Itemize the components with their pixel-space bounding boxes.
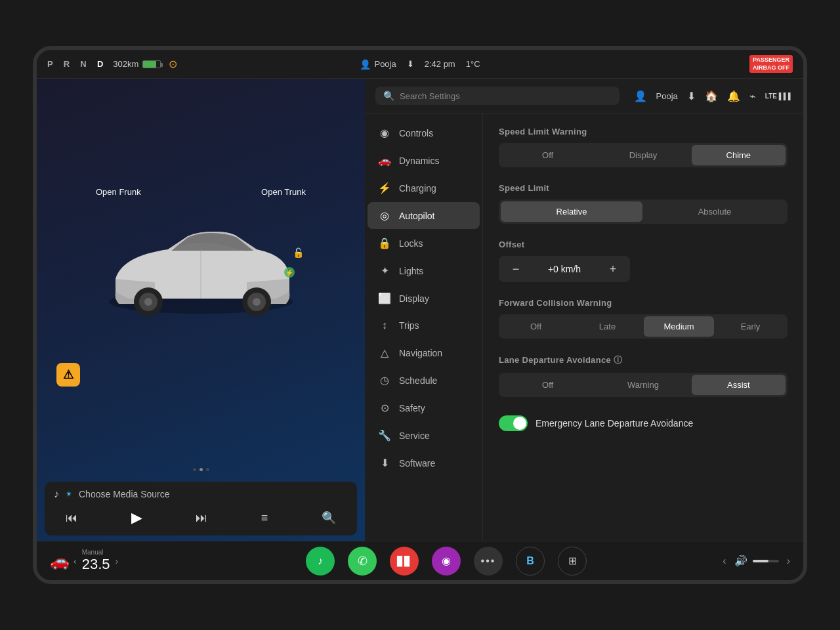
phone-icon: ✆ bbox=[358, 554, 368, 568]
nav-item-navigation[interactable]: △ Navigation bbox=[368, 339, 480, 366]
lda-warning-button[interactable]: Warning bbox=[596, 375, 690, 395]
speed-limit-warning-section: Speed Limit Warning Off Display Chime bbox=[499, 127, 788, 167]
nav-item-service[interactable]: 🔧 Service bbox=[368, 422, 480, 449]
svg-point-3 bbox=[144, 298, 152, 306]
charging-icon: ⚡ bbox=[378, 182, 391, 194]
search-box[interactable]: 🔍 Search Settings bbox=[375, 87, 620, 105]
open-trunk-label[interactable]: Open Trunk bbox=[261, 187, 306, 198]
fcw-medium-button[interactable]: Medium bbox=[644, 316, 714, 337]
warning-icon: ⚠ bbox=[63, 368, 74, 382]
sl-relative-button[interactable]: Relative bbox=[501, 201, 642, 222]
play-button[interactable]: ▶ bbox=[126, 507, 148, 529]
nav-item-display[interactable]: ⬜ Display bbox=[368, 285, 480, 312]
temp-mode-label: Manual bbox=[82, 549, 110, 556]
temp-left-arrow[interactable]: ‹ bbox=[74, 556, 77, 566]
nav-item-controls[interactable]: ◉ Controls bbox=[368, 119, 480, 146]
offset-minus-button[interactable]: − bbox=[507, 260, 525, 278]
settings-body: ◉ Controls 🚗 Dynamics ⚡ Charging ◎ Autop… bbox=[365, 114, 803, 541]
nav-item-software[interactable]: ⬇ Software bbox=[368, 450, 480, 476]
bottom-right: ‹ 🔊 › bbox=[711, 555, 790, 567]
more-button[interactable]: ••• bbox=[474, 547, 503, 576]
header-user-name: Pooja bbox=[656, 91, 678, 101]
fcw-early-button[interactable]: Early bbox=[715, 316, 786, 337]
range-display: 302km bbox=[113, 59, 161, 69]
volume-bar[interactable] bbox=[753, 560, 779, 562]
bottom-left: 🚗 ‹ Manual 23.5 › bbox=[50, 549, 181, 573]
camera-button[interactable]: ◉ bbox=[432, 547, 461, 576]
nav-item-autopilot[interactable]: ◎ Autopilot bbox=[368, 202, 480, 229]
nav-item-schedule[interactable]: ◷ Schedule bbox=[368, 367, 480, 394]
music-note-icon: ♪ bbox=[54, 488, 59, 500]
slw-off-button[interactable]: Off bbox=[501, 145, 595, 165]
software-icon: ⬇ bbox=[378, 457, 391, 469]
bluetooth-media-icon: ✴ bbox=[66, 490, 72, 499]
spotify-button[interactable]: ♪ bbox=[306, 547, 335, 576]
battery-fill bbox=[143, 61, 156, 68]
phone-button[interactable]: ✆ bbox=[348, 547, 377, 576]
nav-item-charging[interactable]: ⚡ Charging bbox=[368, 175, 480, 201]
lane-departure-title: Lane Departure Avoidance ⓘ bbox=[499, 354, 788, 366]
nav-item-locks[interactable]: 🔒 Locks bbox=[368, 230, 480, 257]
dynamics-icon: 🚗 bbox=[378, 154, 391, 167]
next-button[interactable]: ⏭ bbox=[190, 509, 213, 528]
car-illustration: ⚡ 🔓 bbox=[89, 207, 312, 338]
open-frunk-label[interactable]: Open Frunk bbox=[96, 187, 141, 198]
airbag-warning: PASSENGER AIRBAG OFF bbox=[749, 55, 793, 73]
audio-button[interactable]: ▊▊ bbox=[390, 547, 419, 576]
header-bell-icon[interactable]: 🔔 bbox=[727, 90, 740, 102]
prev-button[interactable]: ⏮ bbox=[60, 509, 83, 528]
dots-icon: ••• bbox=[481, 555, 496, 567]
display-icon: ⬜ bbox=[378, 292, 391, 304]
lights-icon: ✦ bbox=[378, 264, 391, 277]
tesla-screen: P R N D 302km ⊙ 👤 Pooja ⬇ 2:42 pm bbox=[33, 46, 807, 584]
tire-warning-icon: ⊙ bbox=[169, 58, 177, 70]
temp-right-arrow[interactable]: › bbox=[116, 556, 119, 566]
time-value: 2:42 pm bbox=[425, 59, 455, 69]
dot-1 bbox=[193, 468, 196, 471]
bottom-icons: ♪ ✆ ▊▊ ◉ ••• B ⊞ bbox=[181, 547, 711, 576]
media-controls: ⏮ ▶ ⏭ ≡ 🔍 bbox=[54, 507, 348, 529]
settings-header: 🔍 Search Settings 👤 Pooja ⬇ 🏠 🔔 ⌁ LTE ▌▌… bbox=[365, 79, 803, 114]
lda-off-button[interactable]: Off bbox=[501, 375, 595, 395]
trips-icon: ↕ bbox=[378, 320, 391, 331]
sl-absolute-button[interactable]: Absolute bbox=[644, 201, 786, 222]
temp-control: ‹ Manual 23.5 › bbox=[74, 549, 118, 573]
volume-icon: 🔊 bbox=[734, 555, 747, 567]
nav-item-trips[interactable]: ↕ Trips bbox=[368, 312, 480, 339]
search-media-button[interactable]: 🔍 bbox=[316, 508, 341, 528]
battery-bar bbox=[142, 60, 161, 68]
offset-plus-button[interactable]: + bbox=[604, 260, 622, 278]
safety-label: Safety bbox=[399, 403, 425, 413]
emergency-lane-toggle[interactable] bbox=[499, 415, 528, 431]
emergency-lane-toggle-row: Emergency Lane Departure Avoidance bbox=[499, 413, 788, 434]
lte-signal-icon: LTE ▌▌▌ bbox=[765, 93, 793, 100]
dot-3 bbox=[206, 468, 209, 471]
display-label: Display bbox=[399, 293, 429, 304]
range-value: 302km bbox=[113, 59, 138, 69]
svg-text:🔓: 🔓 bbox=[293, 247, 304, 259]
apps-button[interactable]: ⊞ bbox=[558, 547, 587, 576]
nav-forward-arrow[interactable]: › bbox=[787, 555, 790, 567]
lane-departure-info-icon[interactable]: ⓘ bbox=[614, 355, 622, 365]
bluetooth-button[interactable]: B bbox=[516, 547, 545, 576]
nav-item-lights[interactable]: ✦ Lights bbox=[368, 257, 480, 284]
car-area: Open Frunk Open Trunk bbox=[37, 79, 365, 465]
right-panel: 🔍 Search Settings 👤 Pooja ⬇ 🏠 🔔 ⌁ LTE ▌▌… bbox=[365, 79, 803, 541]
equalizer-button[interactable]: ≡ bbox=[256, 509, 274, 528]
nav-item-safety[interactable]: ⊙ Safety bbox=[368, 394, 480, 421]
time-display: 2:42 pm bbox=[425, 59, 455, 69]
fcw-off-button[interactable]: Off bbox=[501, 316, 571, 337]
autopilot-label: Autopilot bbox=[399, 211, 434, 221]
car-bottom-icon[interactable]: 🚗 bbox=[50, 552, 70, 570]
slw-display-button[interactable]: Display bbox=[596, 145, 690, 165]
svg-point-6 bbox=[253, 298, 261, 306]
nav-item-dynamics[interactable]: 🚗 Dynamics bbox=[368, 147, 480, 174]
nav-back-arrow[interactable]: ‹ bbox=[723, 555, 726, 567]
fcw-late-button[interactable]: Late bbox=[572, 316, 642, 337]
navigation-label: Navigation bbox=[399, 348, 442, 358]
header-bluetooth-icon: ⌁ bbox=[749, 90, 756, 102]
lda-assist-button[interactable]: Assist bbox=[692, 375, 786, 395]
slw-chime-button[interactable]: Chime bbox=[692, 145, 786, 165]
forward-collision-title: Forward Collision Warning bbox=[499, 298, 788, 308]
media-source-label[interactable]: Choose Media Source bbox=[79, 489, 170, 499]
